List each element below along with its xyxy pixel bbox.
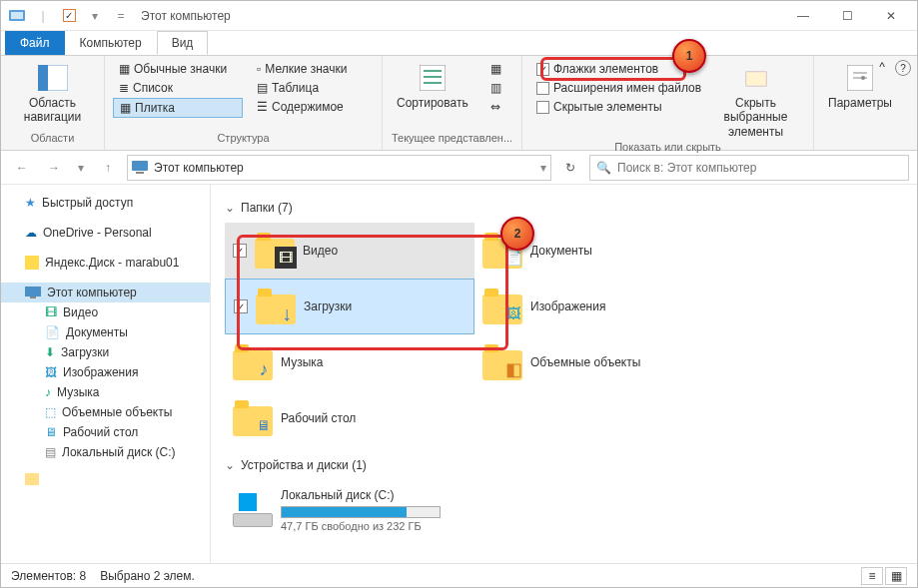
small-icons-icon: ▫ [257, 62, 261, 76]
options-button[interactable]: Параметры [822, 60, 898, 112]
address-field[interactable]: Этот компьютер ▾ [127, 155, 551, 181]
view-details-button[interactable]: ≡ [861, 567, 883, 585]
layout-list[interactable]: ≣Список [113, 79, 243, 97]
tree-desktop[interactable]: 🖥Рабочий стол [1, 422, 210, 442]
svg-rect-9 [746, 72, 766, 86]
folder-label: Видео [303, 244, 338, 258]
group-label-panes: Области [9, 132, 96, 146]
columns-icon: ▥ [490, 81, 501, 95]
folder-3d-objects[interactable]: ◧Объемные объекты [474, 334, 724, 390]
navigation-pane-icon [37, 62, 69, 94]
qat-divider: | [31, 5, 55, 27]
folder-icon: ♪ [233, 342, 273, 382]
folder-label: Музыка [281, 355, 323, 369]
tab-view[interactable]: Вид [157, 31, 209, 55]
tree-item-cut[interactable] [1, 470, 210, 488]
tree-quick-access[interactable]: ★Быстрый доступ [1, 193, 210, 213]
item-checkbox[interactable] [233, 244, 247, 258]
svg-rect-17 [30, 296, 36, 298]
chevron-down-icon: ⌄ [225, 201, 235, 215]
view-thumbnails-button[interactable]: ▦ [885, 567, 907, 585]
close-button[interactable]: ✕ [869, 2, 913, 30]
icons-icon: ▦ [119, 62, 130, 76]
drive-label: Локальный диск (C:) [281, 488, 441, 502]
qat-dropdown-icon[interactable]: ▾ [83, 5, 107, 27]
layout-content[interactable]: ☰Содержимое [251, 98, 371, 116]
tab-computer[interactable]: Компьютер [65, 31, 157, 55]
file-extensions-toggle[interactable]: Расширения имен файлов [530, 79, 698, 97]
hide-selected-button[interactable]: Скрыть выбранные элементы [706, 60, 805, 141]
search-input[interactable] [617, 161, 902, 175]
layout-tiles[interactable]: ▦Плитка [113, 98, 243, 118]
explorer-body: ★Быстрый доступ ☁OneDrive - Personal Янд… [1, 185, 917, 563]
navigation-tree[interactable]: ★Быстрый доступ ☁OneDrive - Personal Янд… [1, 185, 211, 563]
folder-desktop[interactable]: 🖥Рабочий стол [225, 390, 474, 446]
tiles-icon: ▦ [120, 101, 131, 115]
download-icon: ⬇ [45, 345, 55, 359]
tree-downloads[interactable]: ⬇Загрузки [1, 342, 210, 362]
tree-music[interactable]: ♪Музыка [1, 382, 210, 402]
hide-label: Скрыть выбранные элементы [712, 96, 799, 139]
groupby-icon: ▦ [490, 62, 501, 76]
drive-local-c[interactable]: Локальный диск (C:) 47,7 ГБ свободно из … [225, 480, 524, 540]
folder-videos[interactable]: 🎞Видео [225, 223, 474, 279]
recent-dropdown[interactable]: ▾ [73, 155, 89, 181]
sort-label: Сортировать [397, 96, 468, 110]
cloud-icon: ☁ [25, 226, 37, 240]
tree-yandex-disk[interactable]: Яндекс.Диск - marabu01 [1, 253, 210, 273]
size-columns-button[interactable]: ⇔ [484, 98, 507, 116]
music-icon: ♪ [45, 385, 51, 399]
folder-music[interactable]: ♪Музыка [225, 334, 474, 390]
explorer-icon [5, 5, 29, 27]
refresh-button[interactable]: ↻ [557, 155, 583, 181]
sort-button[interactable]: Сортировать [391, 60, 474, 112]
breadcrumb[interactable]: Этот компьютер [154, 161, 244, 175]
hidden-items-toggle[interactable]: Скрытые элементы [530, 98, 698, 116]
tree-documents[interactable]: 📄Документы [1, 322, 210, 342]
tree-this-pc[interactable]: Этот компьютер [1, 283, 210, 302]
qat-overflow-icon[interactable]: = [109, 5, 133, 27]
ribbon: ^ ? Область навигации Области ▦Обычные з… [1, 55, 917, 151]
folder-icon: ↓ [256, 287, 296, 326]
tree-onedrive[interactable]: ☁OneDrive - Personal [1, 223, 210, 243]
drive-free-text: 47,7 ГБ свободно из 232 ГБ [281, 520, 441, 532]
desktop-icon: 🖥 [45, 425, 57, 439]
ribbon-tabs: Файл Компьютер Вид [1, 31, 917, 55]
search-box[interactable]: 🔍 [589, 155, 909, 181]
ribbon-group-options: Параметры [814, 56, 898, 150]
item-checkbox[interactable] [234, 299, 248, 313]
tab-file[interactable]: Файл [5, 31, 65, 55]
up-button[interactable]: ↑ [95, 155, 121, 181]
layout-medium-icons[interactable]: ▦Обычные значки [113, 60, 243, 78]
content-pane[interactable]: ⌄Папки (7) 🎞Видео 📄Документы ↓Загрузки 🖼… [211, 185, 917, 563]
list-icon: ≣ [119, 81, 129, 95]
tree-pictures[interactable]: 🖼Изображения [1, 362, 210, 382]
folders-group-header[interactable]: ⌄Папки (7) [225, 201, 903, 215]
navigation-pane-button[interactable]: Область навигации [9, 60, 96, 127]
layout-details[interactable]: ▤Таблица [251, 79, 371, 97]
star-icon: ★ [25, 196, 36, 210]
address-dropdown-icon[interactable]: ▾ [540, 161, 546, 175]
svg-rect-16 [25, 287, 41, 296]
back-button[interactable]: ← [9, 155, 35, 181]
add-columns-button[interactable]: ▥ [484, 79, 507, 97]
drives-group-header[interactable]: ⌄Устройства и диски (1) [225, 458, 903, 472]
quick-access-toolbar: | ▾ = [5, 5, 133, 27]
options-icon [844, 62, 876, 94]
tree-videos[interactable]: 🎞Видео [1, 302, 210, 322]
checkbox-icon [536, 101, 549, 114]
tree-local-disk[interactable]: ▤Локальный диск (C:) [1, 442, 210, 462]
svg-rect-1 [11, 12, 23, 19]
forward-button[interactable]: → [41, 155, 67, 181]
layout-small-icons[interactable]: ▫Мелкие значки [251, 60, 371, 78]
picture-icon: 🖼 [45, 365, 57, 379]
group-by-button[interactable]: ▦ [484, 60, 507, 78]
folder-downloads[interactable]: ↓Загрузки [225, 279, 474, 334]
minimize-button[interactable]: — [781, 2, 825, 30]
pc-icon [25, 287, 41, 298]
svg-rect-3 [38, 65, 48, 91]
maximize-button[interactable]: ☐ [825, 2, 869, 30]
qat-checkbox-icon[interactable] [57, 5, 81, 27]
tree-3d-objects[interactable]: ⬚Объемные объекты [1, 402, 210, 422]
folder-pictures[interactable]: 🖼Изображения [474, 279, 724, 334]
